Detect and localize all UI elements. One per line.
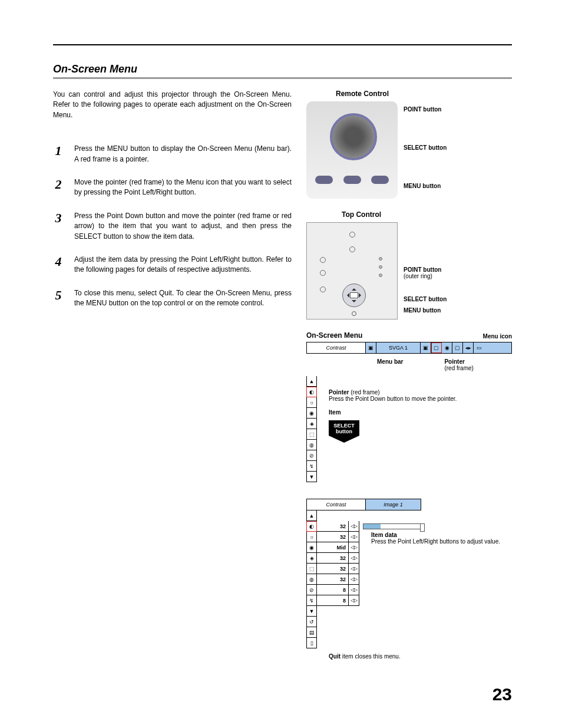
- step-list: 1 Press the MENU button to display the O…: [53, 144, 292, 308]
- osd2-row: ⬚32◁▷: [306, 564, 512, 574]
- top-callouts: POINT button (outer ring) SELECT button …: [404, 222, 447, 319]
- top-rule: [53, 44, 512, 45]
- left-column: You can control and adjust this projecto…: [53, 90, 292, 666]
- callout-point: POINT button: [404, 266, 441, 273]
- step-text: Press the Point Down button and move the…: [74, 211, 292, 242]
- item-icon: ↯: [306, 595, 317, 606]
- side-pointer-text: Press the Point Down button to move the …: [329, 396, 457, 402]
- top-control-figure: Top Control POINT button (outer ring): [306, 210, 512, 319]
- item-icon: ▲: [306, 376, 317, 387]
- menu-icon: ▢: [452, 342, 463, 353]
- select-button-arrow: SELECT button: [329, 420, 359, 436]
- bar-title: Contrast: [307, 342, 366, 353]
- item-icon: ▲: [306, 510, 317, 521]
- osd2-rows: ▲◐32◁▷☼32◁▷Item dataPress the Point Left…: [306, 510, 512, 648]
- tail-icon: ↺: [306, 617, 317, 627]
- step-number: 2: [53, 177, 64, 191]
- remote-control-figure: Remote Control POINT button SELECT butto…: [306, 90, 512, 199]
- bar-title: Contrast: [307, 499, 366, 510]
- section-title: On-Screen Menu: [53, 63, 512, 79]
- osd2-row: ◐32◁▷: [306, 521, 512, 532]
- adjust-arrows-icon: ◁▷: [349, 595, 359, 606]
- menu-icon-selected: ▢: [431, 342, 442, 353]
- right-column: Remote Control POINT button SELECT butto…: [306, 90, 512, 666]
- item-value: Mid: [317, 542, 349, 553]
- step-4: 4 Adjust the item data by pressing the P…: [53, 255, 292, 275]
- step-number: 3: [53, 211, 64, 225]
- callout-point: POINT button: [404, 106, 441, 113]
- quit-label: Quit: [329, 653, 340, 660]
- select-label: SELECT button: [333, 423, 355, 434]
- osd-bar-labels: Menu bar Pointer (red frame): [306, 354, 512, 376]
- remote-title: Remote Control: [306, 90, 512, 98]
- tail-icon: ▤: [306, 627, 317, 638]
- tail-icon: ▯: [306, 638, 317, 648]
- adjust-arrows-icon: ◁▷: [349, 553, 359, 564]
- menu-icon: ◂▸: [463, 342, 474, 353]
- item-icon: ▼: [306, 472, 317, 482]
- item-icon: ⬚: [306, 429, 317, 440]
- quit-annotation: Quit item closes this menu.: [306, 648, 512, 660]
- callout-menu: MENU button: [404, 307, 441, 314]
- step-number: 1: [53, 144, 64, 157]
- item-icon: ☼: [306, 397, 317, 408]
- source-icon: ▣: [366, 342, 376, 353]
- osd2-row: ◍32◁▷: [306, 574, 512, 585]
- callout-menu: MENU button: [404, 183, 441, 189]
- step-text: Adjust the item data by pressing the Poi…: [74, 255, 292, 275]
- step-2: 2 Move the pointer (red frame) to the Me…: [53, 177, 292, 198]
- item-icon: ◉: [306, 408, 317, 419]
- menu-icon: ◉: [442, 342, 452, 353]
- item-icon: ◈: [306, 419, 317, 429]
- item-icon: ⊘: [306, 585, 317, 595]
- item-value: 32: [317, 574, 349, 585]
- menu-bar-label: Menu bar: [377, 358, 403, 365]
- osd-side-annotations: Pointer (red frame) Press the Point Down…: [317, 376, 457, 482]
- item-value: 8: [317, 595, 349, 606]
- callout-point-sub: (outer ring): [404, 273, 447, 279]
- item-icon: ⬚: [306, 564, 317, 574]
- item-data-annotation: Item dataPress the Point Left/Right butt…: [359, 532, 500, 542]
- callout-select: SELECT button: [404, 144, 447, 151]
- osd2-row: ☼32◁▷Item dataPress the Point Left/Right…: [306, 532, 512, 542]
- item-icon: ↯: [306, 461, 317, 472]
- quit-text: item closes this menu.: [340, 653, 401, 660]
- step-text: Press the MENU button to display the On-…: [74, 144, 292, 164]
- adjust-arrows-icon: ◁▷: [349, 542, 359, 553]
- item-value: 32: [317, 521, 349, 532]
- bar-mode: SVGA 1: [376, 342, 421, 353]
- osd2-row: ▲: [306, 510, 512, 521]
- menu-icon: ▭: [474, 342, 484, 353]
- menu-icon: ▣: [421, 342, 431, 353]
- item-icon: ◐: [306, 521, 317, 532]
- side-pointer-sub: (red frame): [351, 389, 379, 396]
- step-text: Move the pointer (red frame) to the Menu…: [74, 177, 292, 198]
- top-control-illustration: [306, 222, 398, 319]
- osd-title: On-Screen Menu: [306, 331, 362, 340]
- osd2-row: ◈32◁▷: [306, 553, 512, 564]
- adjust-arrows-icon: ◁▷: [349, 564, 359, 574]
- osd-figure-1: On-Screen Menu Menu icon Contrast ▣ SVGA…: [306, 331, 512, 482]
- item-icon: ◈: [306, 553, 317, 564]
- adjust-arrows-icon: ◁▷: [349, 521, 359, 532]
- callout-select: SELECT button: [404, 296, 447, 302]
- remote-illustration: [306, 101, 398, 199]
- item-value: 32: [317, 564, 349, 574]
- intro-text: You can control and adjust this projecto…: [53, 90, 292, 120]
- step-1: 1 Press the MENU button to display the O…: [53, 144, 292, 164]
- osd2-row: ▼: [306, 606, 512, 617]
- pointer-label: Pointer: [444, 358, 464, 365]
- item-icon: ☼: [306, 532, 317, 542]
- item-icon: ▼: [306, 606, 317, 617]
- adjust-arrows-icon: ◁▷: [349, 585, 359, 595]
- osd-figure-2: Contrast Image 1 ▲◐32◁▷☼32◁▷Item dataPre…: [306, 499, 512, 660]
- remote-callouts: POINT button SELECT button MENU button: [404, 101, 447, 199]
- item-icon: ◍: [306, 440, 317, 450]
- item-icon: ⊘: [306, 450, 317, 461]
- top-title: Top Control: [306, 210, 512, 219]
- step-3: 3 Press the Point Down button and move t…: [53, 211, 292, 242]
- osd-menu-bar: Contrast ▣ SVGA 1 ▣ ▢ ◉ ▢ ◂▸ ▭: [306, 342, 512, 354]
- item-label: Item: [329, 409, 457, 416]
- page-number: 23: [492, 684, 512, 704]
- osd-item-column: ▲ ◐ ☼ ◉ ◈ ⬚ ◍ ⊘ ↯ ▼: [306, 376, 317, 482]
